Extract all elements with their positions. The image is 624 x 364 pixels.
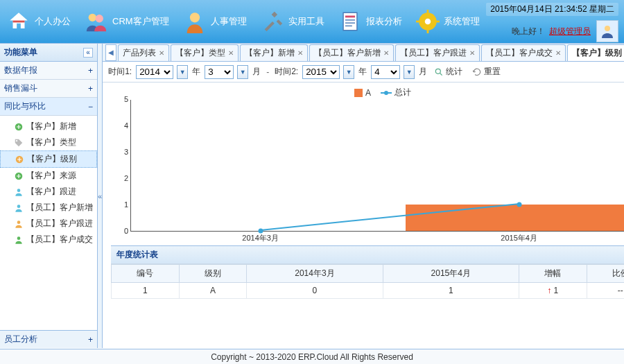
nav-tools[interactable]: 实用工具	[259, 8, 324, 35]
stats-table: 编号级别2014年3月2015年4月增幅比例 1A01↑ 1--	[111, 264, 624, 299]
expand-icon[interactable]: +	[88, 84, 93, 94]
time2-month-select[interactable]: 4	[371, 65, 400, 79]
reset-button[interactable]: 重置	[469, 64, 503, 79]
table-header: 2015年4月	[383, 265, 519, 283]
close-icon[interactable]: ✕	[383, 49, 389, 57]
acc-employee-analysis[interactable]: 员工分析 +	[0, 330, 97, 348]
time2-label: 时间2:	[275, 66, 298, 78]
tree-item-label: 【客户】新增	[26, 121, 76, 132]
svg-point-17	[16, 139, 17, 141]
dropdown-icon[interactable]: ▼	[177, 65, 188, 79]
sidebar-collapse-handle[interactable]: «	[98, 44, 103, 348]
table-header: 增幅	[519, 265, 587, 283]
nav-label: 报表分析	[366, 15, 402, 28]
tree-item[interactable]: 【客户】来源	[0, 168, 97, 184]
acc-sales-funnel[interactable]: 销售漏斗 +	[0, 80, 97, 98]
tab[interactable]: 【员工】客户成交✕	[481, 44, 566, 61]
y-tick: 0	[114, 227, 128, 235]
top-navbar: 个人办公 CRM客户管理 人事管理 实用工具 报表分析 系统管理 2015年04…	[0, 0, 624, 43]
nav-crm[interactable]: CRM客户管理	[83, 8, 169, 35]
tab-label: 产品列表	[123, 47, 156, 59]
acc-data-year[interactable]: 数据年报 +	[0, 62, 97, 80]
report-icon	[337, 8, 363, 35]
filter-toolbar: 时间1: 2014▼ 年 3▼ 月 - 时间2: 2015▼ 年 4▼ 月 统计…	[103, 62, 624, 83]
avatar[interactable]	[596, 20, 618, 42]
chart-panel: A 总计 0123452014年3月2015年4月 年度统计表 编号级别2014…	[103, 83, 624, 348]
tab-scroll-left[interactable]: ◀	[105, 44, 116, 61]
collapse-icon[interactable]: −	[88, 102, 93, 112]
nav-reports[interactable]: 报表分析	[337, 8, 402, 35]
svg-point-24	[435, 69, 440, 73]
close-icon[interactable]: ✕	[159, 49, 164, 57]
user-blue-icon	[14, 187, 24, 197]
svg-point-0	[89, 14, 96, 21]
tree-item[interactable]: 【客户】类型	[0, 135, 97, 150]
tree-item[interactable]: 【员工】客户跟进	[0, 216, 97, 232]
acc-label: 数据年报	[4, 64, 37, 76]
nav-hr[interactable]: 人事管理	[182, 8, 247, 35]
users-icon	[83, 8, 110, 35]
svg-rect-4	[345, 16, 355, 18]
tab-strip: ◀ 产品列表✕【客户】类型✕【客户】新增✕【员工】客户新增✕【员工】客户跟进✕【…	[103, 44, 624, 62]
tab[interactable]: 【员工】客户跟进✕	[395, 44, 480, 61]
chart-legend: A 总计	[111, 87, 624, 98]
tab[interactable]: 产品列表✕	[118, 44, 169, 61]
svg-rect-11	[426, 29, 428, 33]
nav-system[interactable]: 系统管理	[415, 8, 480, 35]
sidebar-tree: 【客户】新增【客户】类型【客户】级别【客户】来源【客户】跟进【员工】客户新增【员…	[0, 116, 97, 330]
tree-item[interactable]: 【客户】级别	[0, 150, 97, 168]
table-header: 级别	[179, 265, 247, 283]
dropdown-icon[interactable]: ▼	[237, 65, 248, 79]
nav-label: CRM客户管理	[112, 15, 169, 28]
tab-label: 【员工】客户新增	[314, 47, 381, 59]
stats-button[interactable]: 统计	[431, 64, 465, 79]
y-tick: 4	[114, 121, 128, 130]
tree-item[interactable]: 【员工】客户新增	[0, 200, 97, 216]
year-unit: 年	[192, 66, 200, 78]
svg-point-9	[424, 19, 431, 25]
y-tick: 3	[114, 148, 128, 156]
expand-icon[interactable]: +	[88, 335, 93, 345]
stats-label: 统计	[446, 66, 462, 78]
time1-year-select[interactable]: 2014	[136, 65, 173, 79]
month-unit: 月	[419, 66, 427, 78]
search-icon	[434, 67, 444, 77]
close-icon[interactable]: ✕	[297, 49, 303, 57]
table-header: 编号	[112, 265, 180, 283]
expand-icon[interactable]: +	[88, 66, 93, 76]
user-orange-icon	[14, 219, 24, 229]
tree-item[interactable]: 【客户】跟进	[0, 184, 97, 200]
tab[interactable]: 【员工】客户新增✕	[309, 44, 394, 61]
svg-rect-12	[416, 21, 420, 23]
orange-plus-icon	[15, 155, 24, 164]
collapse-sidebar-icon[interactable]: «	[83, 48, 93, 58]
tag-icon	[14, 138, 24, 148]
close-icon[interactable]: ✕	[469, 49, 475, 57]
close-icon[interactable]: ✕	[228, 49, 234, 57]
nav-personal-office[interactable]: 个人办公	[6, 8, 71, 35]
time1-month-select[interactable]: 3	[205, 65, 234, 79]
tree-item-label: 【客户】跟进	[26, 186, 76, 198]
svg-point-23	[17, 236, 21, 240]
acc-label: 同比与环比	[4, 101, 46, 112]
chart-bar	[406, 205, 625, 231]
legend-swatch-bar	[354, 89, 363, 97]
current-user-link[interactable]: 超级管理员	[549, 26, 591, 37]
tree-item-label: 【员工】客户跟进	[26, 218, 93, 229]
home-icon	[6, 8, 32, 35]
tab[interactable]: 【客户】类型✕	[171, 44, 239, 61]
svg-point-22	[17, 220, 21, 224]
acc-compare[interactable]: 同比与环比 −	[0, 98, 97, 116]
dropdown-icon[interactable]: ▼	[343, 65, 354, 79]
tree-item[interactable]: 【客户】新增	[0, 119, 97, 135]
tab[interactable]: 【客户】新增✕	[240, 44, 308, 61]
dropdown-icon[interactable]: ▼	[404, 65, 415, 79]
time2-year-select[interactable]: 2015	[302, 65, 340, 79]
month-unit: 月	[252, 66, 261, 78]
close-icon[interactable]: ✕	[555, 49, 561, 57]
tree-item[interactable]: 【员工】客户成交	[0, 232, 97, 248]
datetime-display: 2015年04月14日 21:34:52 星期二	[486, 3, 618, 16]
svg-point-2	[190, 12, 200, 22]
nav-label: 人事管理	[211, 15, 247, 28]
tab[interactable]: 【客户】级别✕	[567, 44, 624, 61]
